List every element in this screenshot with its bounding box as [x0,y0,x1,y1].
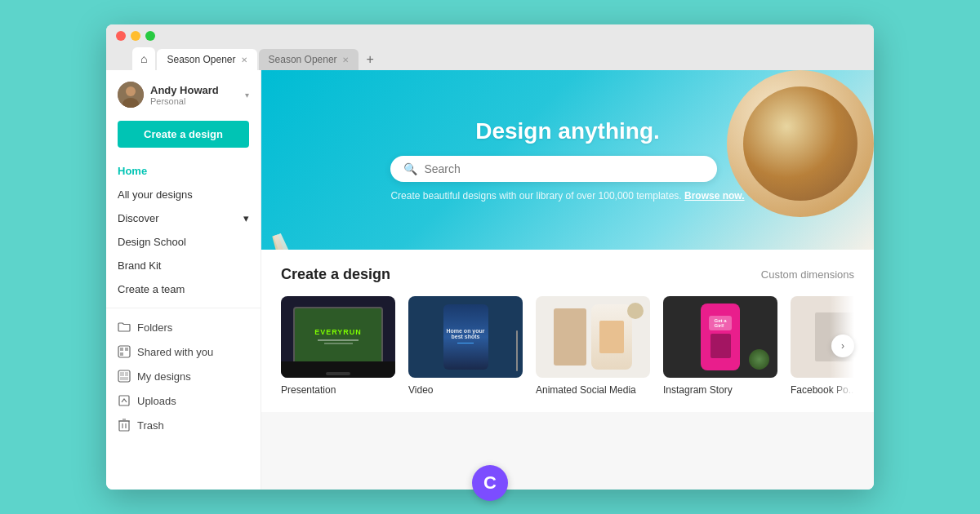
uploads-icon [118,394,131,407]
social-label: Animated Social Media [536,384,650,396]
browser-chrome: ⌂ Season Opener ✕ Season Opener ✕ + [106,24,874,70]
sidebar-item-my-designs[interactable]: My designs [106,364,261,388]
sidebar-item-design-school[interactable]: Design School [106,230,261,254]
my-designs-icon [118,370,131,383]
insta-phone: Get a Girl! [701,304,740,370]
design-card-social[interactable]: Animated Social Media [536,296,650,396]
shared-icon [118,345,131,358]
avatar [118,82,144,108]
section-header: Create a design Custom dimensions [281,266,854,283]
maximize-button[interactable] [145,31,155,41]
main-content: Design anything. 🔍 Create beautiful desi… [261,70,874,490]
user-name: Andy Howard [150,84,238,96]
coffee-latte-art [743,86,858,201]
presentation-thumbnail: EVERYRUN [281,296,395,378]
create-design-button[interactable]: Create a design [118,121,249,148]
sidebar-item-trash[interactable]: Trash [106,413,261,437]
laptop-base [281,361,395,378]
tab-2-close[interactable]: ✕ [342,55,349,64]
search-input[interactable] [424,162,704,175]
hero-search[interactable]: 🔍 [390,156,717,182]
nav-discover-label: Discover [118,212,159,224]
insta-badge: Get a Girl! [709,316,731,330]
social-img [599,321,624,353]
tab-2[interactable]: Season Opener ✕ [259,49,359,70]
hero-banner: Design anything. 🔍 Create beautiful desi… [261,70,874,250]
video-thumbnail: Home on your best shots [408,296,523,378]
sidebar-item-create-team[interactable]: Create a team [106,277,261,301]
canva-logo: C [472,465,508,501]
new-tab-button[interactable]: + [360,49,381,70]
social-phone-content [591,304,632,370]
video-label: Video [408,384,523,396]
facebook-label: Facebook Po... [791,384,854,396]
section-title: Create a design [281,266,390,283]
svg-rect-5 [125,348,128,351]
video-phone: Home on your best shots [443,304,488,370]
plant-deco [749,349,769,370]
svg-rect-12 [119,421,129,431]
hero-title: Design anything. [390,118,744,144]
nav-brand-kit-label: Brand Kit [118,259,161,272]
sidebar-item-uploads[interactable]: Uploads [106,388,261,413]
user-type: Personal [150,96,238,106]
chevron-down-icon: ▾ [245,91,249,100]
tab-2-label: Season Opener [269,54,337,65]
coffee-cup-decoration [727,70,874,217]
svg-rect-4 [120,348,123,351]
svg-rect-11 [119,396,129,405]
browse-now-link[interactable]: Browse now. [684,190,745,202]
close-button[interactable] [116,31,126,41]
hero-content: Design anything. 🔍 Create beautiful desi… [390,118,744,202]
chevron-discover-icon: ▾ [243,212,249,224]
sidebar-item-brand-kit[interactable]: Brand Kit [106,254,261,277]
social-phone [591,304,632,370]
nav-all-designs-label: All your designs [118,188,193,201]
browser-content: Andy Howard Personal ▾ Create a design H… [106,70,874,490]
shared-label: Shared with you [137,346,213,358]
sidebar-item-shared[interactable]: Shared with you [106,339,261,364]
hero-subtitle: Create beautiful designs with our librar… [390,190,744,202]
svg-point-1 [126,86,136,96]
browser-window: ⌂ Season Opener ✕ Season Opener ✕ + [106,24,874,490]
design-card-instagram[interactable]: Get a Girl! Instag [663,296,777,396]
home-tab[interactable]: ⌂ [132,47,155,70]
design-card-video[interactable]: Home on your best shots Video [408,296,523,396]
svg-rect-10 [120,377,128,380]
presentation-label: Presentation [281,384,395,396]
custom-dimensions-link[interactable]: Custom dimensions [761,268,854,281]
tab-1[interactable]: Season Opener ✕ [157,49,256,70]
design-cards-container: EVERYRUN Presentation [281,296,854,396]
instagram-thumbnail: Get a Girl! [663,296,777,378]
sidebar-item-folders[interactable]: Folders [106,315,261,339]
presentation-text: EVERYRUN [314,328,362,336]
trash-icon [118,419,131,432]
svg-rect-9 [125,372,128,376]
sidebar-item-discover[interactable]: Discover ▾ [106,206,261,230]
design-card-presentation[interactable]: EVERYRUN Presentation [281,296,395,396]
insta-content: Get a Girl! [701,304,740,370]
sidebar-item-home[interactable]: Home [106,159,261,183]
sidebar: Andy Howard Personal ▾ Create a design H… [106,70,261,490]
carousel-next-button[interactable]: › [831,335,854,357]
uploads-label: Uploads [137,395,176,407]
svg-rect-8 [120,372,124,376]
folder-icon [118,321,131,334]
tab-1-label: Season Opener [167,54,235,65]
social-content [554,304,632,370]
user-profile[interactable]: Andy Howard Personal ▾ [106,70,261,116]
my-designs-label: My designs [137,370,191,383]
presentation-screen: EVERYRUN [293,307,383,368]
user-info: Andy Howard Personal [150,84,238,106]
social-circle-deco [627,303,644,319]
browser-tabs: ⌂ Season Opener ✕ Season Opener ✕ + [132,47,864,70]
minimize-button[interactable] [131,31,140,41]
hero-subtitle-text: Create beautiful designs with our librar… [390,190,681,202]
nav-divider [106,308,261,308]
tab-1-close[interactable]: ✕ [241,55,247,64]
presentation-content: EVERYRUN [314,328,362,346]
folders-label: Folders [137,321,172,334]
create-design-section: Create a design Custom dimensions EVERYR… [261,250,874,412]
browser-controls [116,31,864,41]
sidebar-item-all-designs[interactable]: All your designs [106,183,261,206]
